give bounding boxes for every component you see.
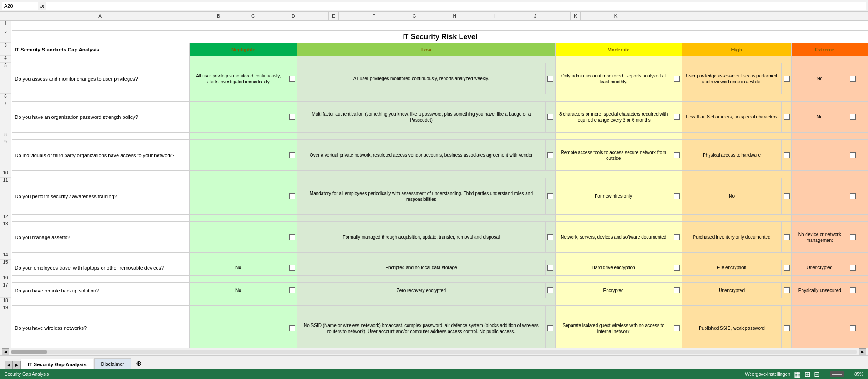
q6-extreme-cb[interactable] xyxy=(848,260,858,276)
cell-row1[interactable] xyxy=(12,21,868,31)
checkbox-q8-low[interactable] xyxy=(547,325,553,331)
q3-negligible-cb[interactable] xyxy=(287,140,297,171)
tab-it-security-gap-analysis[interactable]: IT Security Gap Analysis xyxy=(21,359,93,369)
checkbox-q4-extreme[interactable] xyxy=(850,193,856,199)
view-normal-icon[interactable]: ▦ xyxy=(794,370,801,379)
col-header-k1[interactable]: K xyxy=(571,12,581,20)
tab-disclaimer[interactable]: Disclaimer xyxy=(94,358,131,369)
checkbox-q5-negligible[interactable] xyxy=(289,234,295,240)
q8-negligible-cb[interactable] xyxy=(287,306,297,348)
q3-extreme-cb[interactable] xyxy=(848,140,858,171)
checkbox-q7-low[interactable] xyxy=(547,287,553,293)
checkbox-q3-extreme[interactable] xyxy=(850,152,856,158)
checkbox-q6-extreme[interactable] xyxy=(850,265,856,271)
q6-negligible-cb[interactable] xyxy=(287,260,297,276)
scroll-thumb[interactable] xyxy=(11,350,47,354)
formula-input[interactable] xyxy=(46,2,866,10)
checkbox-q5-moderate[interactable] xyxy=(674,234,680,240)
row18-a[interactable] xyxy=(12,298,189,306)
checkbox-q3-low[interactable] xyxy=(547,152,553,158)
checkbox-q7-extreme[interactable] xyxy=(850,287,856,293)
q3-moderate-cb[interactable] xyxy=(672,140,682,171)
q2-low-cb[interactable] xyxy=(545,102,555,133)
q7-extreme-cb[interactable] xyxy=(848,283,858,298)
q7-high-cb[interactable] xyxy=(781,283,791,298)
col-header-l[interactable]: K xyxy=(581,12,651,20)
checkbox-q7-moderate[interactable] xyxy=(674,287,680,293)
q5-extreme-cb[interactable] xyxy=(848,222,858,253)
q4-negligible-cb[interactable] xyxy=(287,178,297,215)
checkbox-q5-extreme[interactable] xyxy=(850,234,856,240)
checkbox-q8-negligible[interactable] xyxy=(289,325,295,331)
q3-low-cb[interactable] xyxy=(545,140,555,171)
row8-a[interactable] xyxy=(12,133,189,140)
checkbox-q1-moderate[interactable] xyxy=(674,76,680,82)
checkbox-q1-low[interactable] xyxy=(547,76,553,82)
q1-extreme-cb[interactable] xyxy=(848,63,858,94)
col-header-e1[interactable]: E xyxy=(329,12,339,20)
q4-moderate-cb[interactable] xyxy=(672,178,682,215)
row4-a[interactable] xyxy=(12,56,189,63)
checkbox-q3-high[interactable] xyxy=(784,152,790,158)
col-header-c1[interactable]: C xyxy=(248,12,258,20)
checkbox-q4-moderate[interactable] xyxy=(674,193,680,199)
q6-moderate-cb[interactable] xyxy=(672,260,682,276)
q3-high-cb[interactable] xyxy=(781,140,791,171)
q5-negligible-cb[interactable] xyxy=(287,222,297,253)
q8-high-cb[interactable] xyxy=(781,306,791,348)
q1-negligible-cb[interactable] xyxy=(287,63,297,94)
col-header-f[interactable]: F xyxy=(339,12,409,20)
row12-a[interactable] xyxy=(12,215,189,222)
q2-negligible-cb[interactable] xyxy=(287,102,297,133)
q6-high-cb[interactable] xyxy=(781,260,791,276)
checkbox-q6-negligible[interactable] xyxy=(289,265,295,271)
checkbox-q3-negligible[interactable] xyxy=(289,152,295,158)
checkbox-q6-high[interactable] xyxy=(784,265,790,271)
q8-low-cb[interactable] xyxy=(545,306,555,348)
checkbox-q2-low[interactable] xyxy=(547,114,553,120)
scroll-left-arrow[interactable]: ◀ xyxy=(2,348,9,356)
checkbox-q4-negligible[interactable] xyxy=(289,193,295,199)
row16-a[interactable] xyxy=(12,276,189,283)
q4-extreme-cb[interactable] xyxy=(848,178,858,215)
checkbox-q1-high[interactable] xyxy=(784,76,790,82)
zoom-plus-icon[interactable]: + xyxy=(848,371,851,377)
q2-high-cb[interactable] xyxy=(781,102,791,133)
row6-a[interactable] xyxy=(12,94,189,102)
q7-negligible-cb[interactable] xyxy=(287,283,297,298)
q1-low-cb[interactable] xyxy=(545,63,555,94)
q5-low-cb[interactable] xyxy=(545,222,555,253)
checkbox-q3-moderate[interactable] xyxy=(674,152,680,158)
scroll-right-arrow[interactable]: ▶ xyxy=(859,348,866,356)
q5-moderate-cb[interactable] xyxy=(672,222,682,253)
q4-high-cb[interactable] xyxy=(781,178,791,215)
checkbox-q7-negligible[interactable] xyxy=(289,287,295,293)
checkbox-q4-low[interactable] xyxy=(547,193,553,199)
checkbox-q8-moderate[interactable] xyxy=(674,325,680,331)
col-header-a[interactable]: A xyxy=(11,12,189,20)
checkbox-q2-negligible[interactable] xyxy=(289,114,295,120)
row14-a[interactable] xyxy=(12,253,189,260)
checkbox-q6-moderate[interactable] xyxy=(674,265,680,271)
checkbox-q8-extreme[interactable] xyxy=(850,325,856,331)
q2-extreme-cb[interactable] xyxy=(848,102,858,133)
col-header-b[interactable]: B xyxy=(189,12,248,20)
checkbox-q5-high[interactable] xyxy=(784,234,790,240)
q8-moderate-cb[interactable] xyxy=(672,306,682,348)
scroll-track[interactable] xyxy=(11,350,857,354)
checkbox-q1-negligible[interactable] xyxy=(289,76,295,82)
col-header-i1[interactable]: I xyxy=(490,12,500,20)
q8-extreme-cb[interactable] xyxy=(848,306,858,348)
checkbox-q2-extreme[interactable] xyxy=(850,114,856,120)
col-header-d[interactable]: D xyxy=(258,12,329,20)
checkbox-q4-high[interactable] xyxy=(784,193,790,199)
checkbox-q2-moderate[interactable] xyxy=(674,114,680,120)
q1-moderate-cb[interactable] xyxy=(672,63,682,94)
q5-high-cb[interactable] xyxy=(781,222,791,253)
name-box[interactable] xyxy=(2,2,38,10)
checkbox-q1-extreme[interactable] xyxy=(850,76,856,82)
checkbox-q5-low[interactable] xyxy=(547,234,553,240)
q1-high-cb[interactable] xyxy=(781,63,791,94)
view-break-icon[interactable]: ⊟ xyxy=(814,370,820,379)
checkbox-q6-low[interactable] xyxy=(547,265,553,271)
